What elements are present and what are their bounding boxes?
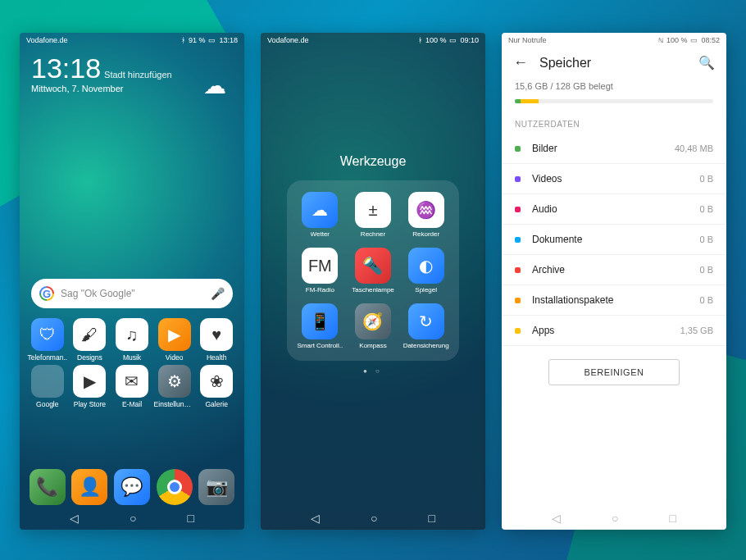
battery-label: 91 % — [189, 36, 206, 44]
nav-back-icon[interactable]: ◁ — [311, 512, 320, 525]
app-[interactable]: 📷 — [198, 469, 234, 505]
app-label: Galerie — [205, 400, 227, 408]
color-dot-icon — [515, 328, 521, 334]
screenshot-storage: Nur Notrufe ℕ 100 % ▭ 08:52 ← Speicher 🔍… — [502, 33, 726, 530]
cleanup-button[interactable]: BEREINIGEN — [548, 359, 680, 385]
app-playstore[interactable]: ▶Play Store — [69, 365, 111, 408]
section-header: NUTZERDATEN — [502, 115, 726, 134]
app-datensicherung[interactable]: ↻Datensicherung — [401, 303, 451, 349]
carrier-label: Vodafone.de — [267, 36, 309, 44]
item-value: 1,35 GB — [680, 326, 713, 335]
storage-row[interactable]: Apps1,35 GB — [502, 316, 726, 346]
item-name: Installationspakete — [532, 294, 699, 306]
color-dot-icon — [515, 207, 521, 212]
app-[interactable] — [157, 469, 193, 505]
app-label: FM-Radio — [306, 286, 334, 294]
battery-icon: ▭ — [449, 36, 457, 44]
screenshot-home: Vodafone.de ᚼ 91 % ▭ 13:18 13:18Stadt hi… — [20, 33, 244, 530]
app-icon: 🖌 — [73, 318, 106, 351]
app-smartcontroll[interactable]: 📱Smart Controll.. — [295, 303, 345, 349]
nav-recent-icon[interactable]: □ — [429, 512, 435, 525]
search-icon[interactable]: 🔍 — [698, 55, 715, 71]
app-designs[interactable]: 🖌Designs — [69, 318, 111, 362]
item-name: Audio — [532, 203, 699, 215]
app-health[interactable]: ♥Health — [195, 318, 238, 362]
clock-time: 13:18 — [31, 52, 101, 84]
app-einstellungen[interactable]: ⚙Einstellungen — [153, 365, 196, 408]
bluetooth-icon: ᚼ — [418, 36, 422, 44]
nav-bar: ◁ ○ □ — [261, 507, 485, 530]
nav-recent-icon[interactable]: □ — [188, 512, 194, 525]
app-google[interactable]: Google — [26, 365, 69, 408]
usage-label: 15,6 GB / 128 GB belegt — [502, 78, 726, 94]
app-label: Designs — [77, 353, 102, 362]
app-[interactable]: 👤 — [71, 469, 107, 505]
nav-back-icon[interactable]: ◁ — [70, 512, 79, 525]
app-icon: FM — [302, 248, 338, 284]
weather-icon[interactable]: ☁ — [203, 72, 226, 99]
app-icon — [31, 365, 64, 398]
item-value: 0 B — [699, 204, 713, 214]
storage-row[interactable]: Archive0 B — [502, 255, 726, 285]
status-time: 13:18 — [219, 36, 238, 44]
app-icon — [157, 469, 193, 505]
nav-bar: ◁ ○ □ — [502, 507, 726, 530]
app-video[interactable]: ▶Video — [153, 318, 196, 362]
app-icon: 🧭 — [355, 303, 391, 339]
nav-home-icon[interactable]: ○ — [612, 512, 618, 525]
nav-back-icon[interactable]: ◁ — [552, 512, 561, 525]
search-placeholder: Sag "Ok Google" — [61, 288, 204, 299]
mic-icon[interactable]: 🎤 — [211, 287, 225, 300]
color-dot-icon — [515, 237, 521, 243]
app-spiegel[interactable]: ◐Spiegel — [401, 248, 451, 294]
dock: 📞👤💬📷 — [20, 469, 244, 505]
storage-row[interactable]: Dokumente0 B — [502, 225, 726, 255]
item-value: 0 B — [699, 234, 713, 244]
app-icon: ↻ — [408, 303, 444, 339]
carrier-label: Vodafone.de — [26, 36, 68, 44]
app-kompass[interactable]: 🧭Kompass — [348, 303, 398, 349]
storage-row[interactable]: Bilder40,48 MB — [502, 134, 726, 164]
app-label: Kompass — [359, 342, 386, 349]
folder-grid: ☁Wetter±Rechner♒RekorderFMFM-Radio🔦Tasch… — [287, 180, 459, 361]
app-label: Wetter — [311, 230, 330, 238]
app-icon: ± — [355, 192, 391, 228]
app-musik[interactable]: ♫Musik — [111, 318, 153, 362]
app-icon: ❀ — [200, 365, 233, 398]
header: ← Speicher 🔍 — [502, 48, 726, 78]
add-city-label[interactable]: Stadt hinzufügen — [104, 70, 172, 80]
app-fmradio[interactable]: FMFM-Radio — [295, 248, 345, 294]
app-wetter[interactable]: ☁Wetter — [295, 192, 345, 238]
app-icon: 💬 — [114, 469, 150, 505]
storage-row[interactable]: Installationspakete0 B — [502, 285, 726, 316]
app-rekorder[interactable]: ♒Rekorder — [401, 192, 451, 238]
item-name: Dokumente — [532, 234, 699, 245]
app-icon: ⚙ — [158, 365, 191, 398]
app-[interactable]: 📞 — [30, 469, 66, 505]
status-right: ᚼ 91 % ▭ 13:18 — [181, 36, 238, 44]
color-dot-icon — [515, 267, 521, 273]
app-galerie[interactable]: ❀Galerie — [195, 365, 238, 408]
app-icon: 📱 — [302, 303, 338, 339]
storage-row[interactable]: Audio0 B — [502, 194, 726, 225]
app-label: Smart Controll.. — [298, 342, 343, 349]
screenshots-row: Vodafone.de ᚼ 91 % ▭ 13:18 13:18Stadt hi… — [0, 0, 746, 560]
app-rechner[interactable]: ±Rechner — [348, 192, 398, 238]
app-icon: ♥ — [200, 318, 233, 351]
back-arrow-icon[interactable]: ← — [513, 54, 528, 71]
app-icon: ✉ — [116, 365, 148, 398]
app-telefonman[interactable]: 🛡Telefonman.. — [26, 318, 69, 362]
app-label: Musik — [123, 353, 141, 362]
app-email[interactable]: ✉E-Mail — [111, 365, 153, 408]
google-search-bar[interactable]: G Sag "Ok Google" 🎤 — [31, 279, 233, 308]
storage-row[interactable]: Videos0 B — [502, 164, 726, 194]
nav-home-icon[interactable]: ○ — [371, 512, 377, 525]
item-name: Archive — [532, 264, 699, 275]
app-taschenlampe[interactable]: 🔦Taschenlampe — [348, 248, 398, 294]
nav-recent-icon[interactable]: □ — [670, 512, 676, 525]
nav-home-icon[interactable]: ○ — [130, 512, 136, 525]
app-[interactable]: 💬 — [114, 469, 150, 505]
folder-title[interactable]: Werkzeuge — [261, 154, 485, 169]
app-icon: ▶ — [73, 365, 106, 398]
color-dot-icon — [515, 176, 521, 182]
